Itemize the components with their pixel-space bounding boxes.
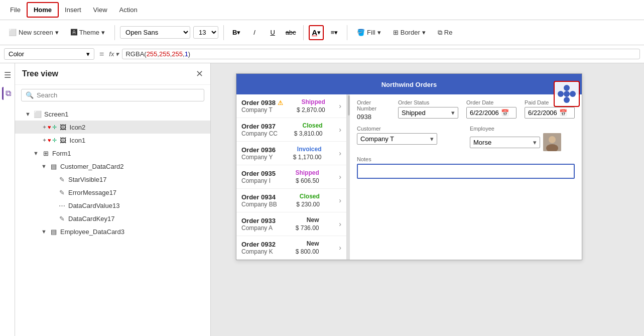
ribbon-divider-4 <box>347 25 347 40</box>
chevron-icon-0938: › <box>339 102 341 110</box>
detail-row-2: Customer Company T ▾ Employee Morse <box>357 126 575 151</box>
equals-sign: = <box>97 50 106 59</box>
align-button[interactable]: ≡▾ <box>327 25 342 40</box>
customer-datacard-icon: ▤ <box>49 162 58 171</box>
chevron-icon-0934: › <box>339 196 341 204</box>
menu-insert[interactable]: Insert <box>59 3 87 17</box>
tree-item-icon2[interactable]: ✦ ♥ ✛ 🖼 Icon2 <box>15 121 210 134</box>
chevron-icon-0935: › <box>339 173 341 181</box>
datacardkey17-icon: ✎ <box>57 214 66 223</box>
paid-date-picker[interactable]: 6/22/2006 📅 <box>525 107 575 119</box>
tree-item-customer-datacard[interactable]: ▼ ▤ Customer_DataCard2 <box>15 160 210 173</box>
formula-bar: Color ▾ = fx ▾ RGBA(255, 255, 255, 1) <box>0 45 644 63</box>
menu-view[interactable]: View <box>87 3 113 17</box>
form1-expand: ▼ <box>33 150 39 156</box>
tree-item-datacardvalue13[interactable]: ⋯ DataCardValue13 <box>15 199 210 212</box>
layers-button[interactable]: ⧉ <box>2 87 13 100</box>
order-item-0934[interactable]: Order 0934 Company BB Closed $ 230.00 › <box>236 189 346 212</box>
italic-button[interactable]: / <box>247 25 262 40</box>
chevron-icon-0932: › <box>339 244 341 252</box>
strikethrough-button[interactable]: abc <box>283 25 298 40</box>
order-date-picker[interactable]: 6/22/2006 📅 <box>466 107 517 119</box>
tree-panel: Tree view ✕ 🔍 ▼ ⬜ Screen1 ✦ ♥ ✛ 🖼 <box>15 63 211 336</box>
move-icon <box>558 85 576 103</box>
tree-item-datacardkey17[interactable]: ✎ DataCardKey17 <box>15 212 210 225</box>
tree-item-form1[interactable]: ▼ ⊞ Form1 <box>15 147 210 160</box>
tree-close-button[interactable]: ✕ <box>196 68 203 79</box>
expand-icon: ▼ <box>25 111 31 117</box>
font-family-select[interactable]: Open Sans <box>120 26 190 39</box>
chevron-icon-0937: › <box>339 126 341 134</box>
errormessage17-icon: ✎ <box>57 188 66 197</box>
search-icon: 🔍 <box>26 91 34 99</box>
menu-file[interactable]: File <box>4 3 27 17</box>
new-screen-dropdown-icon: ▾ <box>55 29 59 36</box>
field-order-number: Order Number 0938 <box>357 99 390 121</box>
screen-icon: ⬜ <box>33 109 42 119</box>
field-order-date: Order Date 6/22/2006 📅 <box>466 99 517 121</box>
app-body: Order 0938 ⚠ Company T Shipped $ 2,870.0… <box>236 94 582 260</box>
ribbon-divider-3 <box>303 25 304 40</box>
order-item-0938[interactable]: Order 0938 ⚠ Company T Shipped $ 2,870.0… <box>236 94 346 118</box>
ribbon: ⬜ New screen ▾ 🅰 Theme ▾ Open Sans 13 B▾… <box>0 20 644 45</box>
theme-button[interactable]: 🅰 Theme ▾ <box>66 26 109 39</box>
form1-icon: ⊞ <box>41 149 50 158</box>
field-customer: Customer Company T ▾ <box>357 126 462 151</box>
icon1-badges: ✦ ♥ ✛ <box>42 137 57 144</box>
tree-item-icon1[interactable]: ✦ ♥ ✛ 🖼 Icon1 <box>15 134 210 147</box>
tree-item-employee-datacard[interactable]: ▼ ▤ Employee_DataCard3 <box>15 225 210 238</box>
property-selector[interactable]: Color ▾ <box>4 48 94 60</box>
menu-action[interactable]: Action <box>113 3 144 17</box>
hamburger-menu-button[interactable]: ☰ <box>2 68 13 82</box>
sidebar-toggle: ☰ ⧉ <box>0 63 15 336</box>
menu-home[interactable]: Home <box>27 2 59 18</box>
tree-item-screen1[interactable]: ▼ ⬜ Screen1 <box>15 107 210 121</box>
reorder-icon: ⧉ <box>438 29 442 37</box>
customer-dropdown[interactable]: Company T ▾ <box>357 133 437 145</box>
bold-button[interactable]: B▾ <box>229 25 244 40</box>
icon2-badges: ✦ ♥ ✛ <box>42 124 57 131</box>
tree-header: Tree view ✕ <box>15 63 210 85</box>
new-screen-icon: ⬜ <box>9 29 17 36</box>
font-size-select[interactable]: 13 <box>193 26 218 39</box>
icon-overlay[interactable] <box>554 81 580 107</box>
chevron-icon-0933: › <box>339 220 341 228</box>
reorder-button[interactable]: ⧉ Re <box>433 26 457 39</box>
icon1-node-icon: 🖼 <box>59 136 68 145</box>
app-preview: Northwind Orders Order 0938 ⚠ Company T <box>236 73 582 260</box>
order-item-0935[interactable]: Order 0935 Company I Shipped $ 606.50 › <box>236 165 346 189</box>
order-item-0937[interactable]: Order 0937 Company CC Closed $ 3,810.00 … <box>236 118 346 142</box>
border-icon: ⊞ <box>393 29 399 36</box>
orders-list: Order 0938 ⚠ Company T Shipped $ 2,870.0… <box>236 94 347 260</box>
theme-dropdown-icon: ▾ <box>101 29 105 36</box>
ribbon-divider-1 <box>114 25 115 40</box>
border-button[interactable]: ⊞ Border▾ <box>389 26 430 39</box>
employee-dropdown[interactable]: Morse ▾ <box>470 137 540 148</box>
search-box: 🔍 <box>21 89 204 101</box>
new-screen-button[interactable]: ⬜ New screen ▾ <box>4 26 63 39</box>
notes-input[interactable] <box>357 164 575 179</box>
font-color-button[interactable]: A▾ <box>309 25 324 40</box>
detail-row-1: Order Number 0938 Order Status Shipped ▾… <box>357 99 575 121</box>
tree-item-starvisible17[interactable]: ✎ StarVisible17 <box>15 173 210 186</box>
main-layout: ☰ ⧉ Tree view ✕ 🔍 ▼ ⬜ Screen1 ✦ ♥ <box>0 63 644 336</box>
employee-datacard-icon: ▤ <box>49 227 58 236</box>
search-input[interactable] <box>37 91 200 99</box>
fx-button[interactable]: fx ▾ <box>109 50 119 58</box>
orders-list-wrapper: Order 0938 ⚠ Company T Shipped $ 2,870.0… <box>236 94 350 260</box>
order-status-dropdown[interactable]: Shipped ▾ <box>398 107 458 119</box>
field-notes: Notes <box>357 156 575 179</box>
tree-body: ▼ ⬜ Screen1 ✦ ♥ ✛ 🖼 Icon2 ✦ <box>15 105 210 336</box>
fill-button[interactable]: 🪣 Fill▾ <box>352 26 385 39</box>
svg-point-1 <box>549 136 556 143</box>
order-item-0933[interactable]: Order 0933 Company A New $ 736.00 › <box>236 212 346 236</box>
order-item-0932[interactable]: Order 0932 Company K New $ 800.00 › <box>236 236 346 260</box>
formula-expression[interactable]: RGBA(255, 255, 255, 1) <box>122 49 640 59</box>
employee-photo <box>543 133 561 151</box>
employee-arrow: ▾ <box>533 139 537 146</box>
tree-item-errormessage17[interactable]: ✎ ErrorMessage17 <box>15 186 210 199</box>
rgba-func: RGBA( <box>125 50 146 58</box>
calendar-icon: 📅 <box>501 109 509 117</box>
underline-button[interactable]: U <box>265 25 280 40</box>
order-item-0936[interactable]: Order 0936 Company Y Invoiced $ 1,170.00… <box>236 142 346 165</box>
